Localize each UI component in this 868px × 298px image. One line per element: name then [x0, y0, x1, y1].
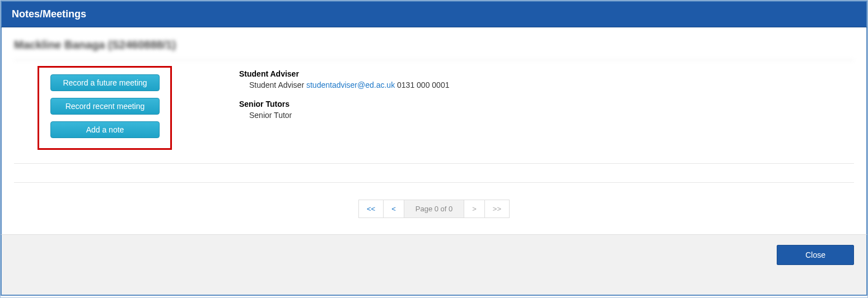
- student-adviser-line: Student Adviser studentadviser@ed.ac.uk …: [249, 81, 449, 89]
- actions-highlight-box: Record a future meeting Record recent me…: [38, 66, 172, 150]
- spacer-section: [14, 164, 854, 183]
- adviser-phone: 0131 000 0001: [397, 81, 449, 89]
- senior-tutors-heading: Senior Tutors: [239, 100, 449, 108]
- pager-prev-button[interactable]: <: [384, 200, 404, 218]
- modal-body: Mackline Banaga (S2460888/1) Record a fu…: [2, 27, 866, 234]
- content-section: Record a future meeting Record recent me…: [14, 60, 854, 164]
- student-name: Mackline Banaga (S2460888/1): [14, 39, 854, 60]
- pager-page-info: Page 0 of 0: [404, 200, 465, 218]
- modal-body-wrapper: Mackline Banaga (S2460888/1) Record a fu…: [1, 27, 867, 234]
- modal-footer: Close: [1, 234, 867, 296]
- pager-first-button[interactable]: <<: [358, 200, 384, 218]
- close-button[interactable]: Close: [777, 245, 854, 265]
- modal-header: Notes/Meetings: [1, 1, 867, 27]
- modal-title: Notes/Meetings: [12, 8, 86, 20]
- pager-next-button[interactable]: >: [464, 200, 485, 218]
- record-future-meeting-button[interactable]: Record a future meeting: [50, 74, 160, 91]
- adviser-role-label: Student Adviser: [249, 81, 304, 89]
- add-note-button[interactable]: Add a note: [50, 121, 160, 138]
- student-adviser-heading: Student Adviser: [239, 69, 449, 78]
- pager: << < Page 0 of 0 > >>: [358, 200, 510, 218]
- record-recent-meeting-button[interactable]: Record recent meeting: [50, 98, 160, 115]
- senior-tutor-role-label: Senior Tutor: [249, 111, 292, 120]
- adviser-email-link[interactable]: studentadviser@ed.ac.uk: [306, 81, 395, 89]
- senior-tutor-line: Senior Tutor: [249, 111, 449, 120]
- pager-last-button[interactable]: >>: [485, 200, 510, 218]
- pager-row: << < Page 0 of 0 > >>: [14, 183, 854, 234]
- adviser-info: Student Adviser Student Adviser studenta…: [239, 66, 449, 150]
